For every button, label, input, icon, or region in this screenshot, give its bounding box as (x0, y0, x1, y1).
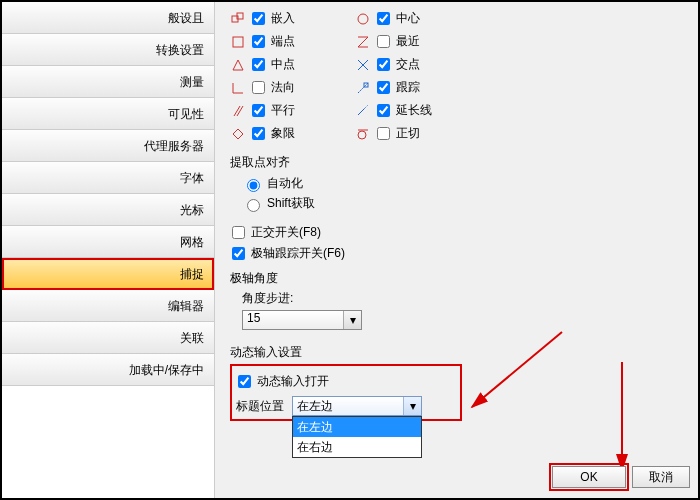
snap-extension-checkbox[interactable] (377, 104, 390, 117)
snap-parallel[interactable]: 平行 (230, 102, 295, 119)
align-auto-radio[interactable] (247, 179, 260, 192)
snap-endpoint[interactable]: 端点 (230, 33, 295, 50)
sidebar-item-proxy[interactable]: 代理服务器 (2, 130, 214, 162)
snap-midpoint-checkbox[interactable] (252, 58, 265, 71)
polar-track-checkbox[interactable] (232, 247, 245, 260)
caption-option-left[interactable]: 在左边 (293, 417, 421, 437)
snap-nearest-checkbox[interactable] (377, 35, 390, 48)
ok-button[interactable]: OK (552, 466, 626, 488)
sidebar-item-font[interactable]: 字体 (2, 162, 214, 194)
snap-insert[interactable]: 嵌入 (230, 10, 295, 27)
snap-midpoint[interactable]: 中点 (230, 56, 295, 73)
caption-position-label: 标题位置 (236, 398, 284, 415)
snap-endpoint-checkbox[interactable] (252, 35, 265, 48)
snap-nearest-label: 最近 (396, 33, 420, 50)
snap-insert-label: 嵌入 (271, 10, 295, 27)
dynamic-enable-checkbox[interactable] (238, 375, 251, 388)
dynamic-title: 动态输入设置 (230, 344, 686, 361)
snap-intersection-label: 交点 (396, 56, 420, 73)
snap-normal-label: 法向 (271, 79, 295, 96)
align-shift-radio[interactable] (247, 199, 260, 212)
center-icon (355, 11, 371, 27)
snap-center-label: 中心 (396, 10, 420, 27)
align-auto-label: 自动化 (267, 175, 303, 192)
snap-normal[interactable]: 法向 (230, 79, 295, 96)
snap-tangent-label: 正切 (396, 125, 420, 142)
intersection-icon (355, 57, 371, 73)
caption-position-dropdown: 在左边 在右边 (292, 416, 422, 458)
ortho-checkbox[interactable] (232, 226, 245, 239)
snap-quadrant[interactable]: 象限 (230, 125, 295, 142)
polar-track-label: 极轴跟踪开关(F6) (251, 245, 345, 262)
snap-center-checkbox[interactable] (377, 12, 390, 25)
snap-normal-checkbox[interactable] (252, 81, 265, 94)
polar-angle-title: 极轴角度 (230, 270, 686, 287)
caption-position-combo[interactable]: 在左边 ▾ 在左边 在右边 (292, 396, 422, 416)
align-group-title: 提取点对齐 (230, 154, 686, 171)
endpoint-icon (230, 34, 246, 50)
svg-line-11 (364, 105, 368, 109)
extension-icon (355, 103, 371, 119)
snap-intersection-checkbox[interactable] (377, 58, 390, 71)
svg-line-10 (358, 109, 364, 115)
snap-track[interactable]: 跟踪 (355, 79, 432, 96)
quadrant-icon (230, 126, 246, 142)
sidebar-item-snap[interactable]: 捕捉 (2, 258, 214, 290)
snap-extension[interactable]: 延长线 (355, 102, 432, 119)
snap-intersection[interactable]: 交点 (355, 56, 432, 73)
sidebar-item-general[interactable]: 般设且 (2, 2, 214, 34)
align-auto-row[interactable]: 自动化 (242, 175, 686, 192)
snap-track-label: 跟踪 (396, 79, 420, 96)
angle-step-value: 15 (247, 311, 260, 325)
snap-tangent[interactable]: 正切 (355, 125, 432, 142)
svg-line-8 (358, 83, 368, 93)
sidebar-item-convert[interactable]: 转换设置 (2, 34, 214, 66)
snap-parallel-checkbox[interactable] (252, 104, 265, 117)
cancel-button[interactable]: 取消 (632, 466, 690, 488)
sidebar-item-loadsave[interactable]: 加载中/保存中 (2, 354, 214, 386)
polar-angle-step-label: 角度步进: (242, 290, 686, 307)
sidebar-item-measure[interactable]: 测量 (2, 66, 214, 98)
snap-center[interactable]: 中心 (355, 10, 432, 27)
align-shift-label: Shift获取 (267, 195, 315, 212)
svg-point-12 (358, 131, 366, 139)
sidebar-item-grid[interactable]: 网格 (2, 226, 214, 258)
dynamic-input-group: 动态输入打开 标题位置 在左边 ▾ 在左边 在右边 (230, 364, 462, 421)
midpoint-icon (230, 57, 246, 73)
snap-endpoint-label: 端点 (271, 33, 295, 50)
insert-icon (230, 11, 246, 27)
sidebar-item-editor[interactable]: 编辑器 (2, 290, 214, 322)
svg-point-5 (358, 14, 368, 24)
ortho-row[interactable]: 正交开关(F8) (230, 224, 686, 241)
snap-nearest[interactable]: 最近 (355, 33, 432, 50)
normal-icon (230, 80, 246, 96)
caption-option-right[interactable]: 在右边 (293, 437, 421, 457)
nearest-icon (355, 34, 371, 50)
snap-extension-label: 延长线 (396, 102, 432, 119)
dynamic-enable-row[interactable]: 动态输入打开 (236, 373, 452, 390)
polar-track-row[interactable]: 极轴跟踪开关(F6) (230, 245, 686, 262)
parallel-icon (230, 103, 246, 119)
sidebar-item-assoc[interactable]: 关联 (2, 322, 214, 354)
caption-position-value: 在左边 (297, 399, 333, 413)
sidebar-item-visibility[interactable]: 可见性 (2, 98, 214, 130)
svg-line-4 (237, 106, 243, 116)
svg-rect-2 (233, 37, 243, 47)
snap-track-checkbox[interactable] (377, 81, 390, 94)
dynamic-enable-label: 动态输入打开 (257, 373, 329, 390)
track-icon (355, 80, 371, 96)
chevron-down-icon: ▾ (403, 397, 421, 415)
chevron-down-icon: ▾ (343, 311, 361, 329)
align-shift-row[interactable]: Shift获取 (242, 195, 686, 212)
ortho-label: 正交开关(F8) (251, 224, 321, 241)
tangent-icon (355, 126, 371, 142)
settings-sidebar: 般设且 转换设置 测量 可见性 代理服务器 字体 光标 网格 捕捉 编辑器 关联… (2, 2, 215, 500)
snap-quadrant-label: 象限 (271, 125, 295, 142)
snap-parallel-label: 平行 (271, 102, 295, 119)
sidebar-item-cursor[interactable]: 光标 (2, 194, 214, 226)
snap-tangent-checkbox[interactable] (377, 127, 390, 140)
svg-line-3 (234, 106, 240, 116)
snap-quadrant-checkbox[interactable] (252, 127, 265, 140)
angle-step-select[interactable]: 15 ▾ (242, 310, 362, 330)
snap-insert-checkbox[interactable] (252, 12, 265, 25)
